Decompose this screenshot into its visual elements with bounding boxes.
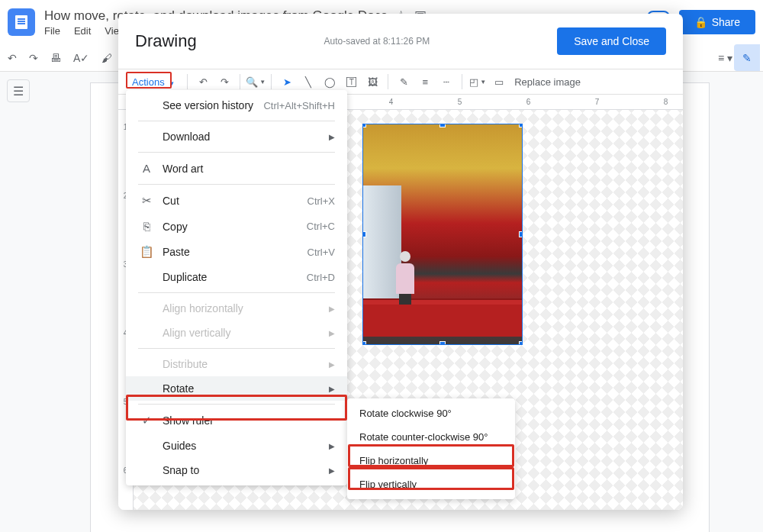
menu-copy[interactable]: ⎘CopyCtrl+C [126, 214, 347, 239]
menu-edit[interactable]: Edit [74, 25, 91, 37]
menu-distribute: Distribute▶ [126, 352, 347, 376]
bulleted-list-icon[interactable]: ≡ ▾ [718, 52, 732, 64]
line-icon[interactable]: ╲ [299, 73, 317, 91]
menu-duplicate[interactable]: DuplicateCtrl+D [126, 265, 347, 289]
docs-logo-icon [8, 8, 35, 36]
menu-paste[interactable]: 📋PasteCtrl+V [126, 239, 347, 265]
resize-handle[interactable] [519, 124, 523, 127]
resize-handle[interactable] [519, 341, 523, 345]
menu-file[interactable]: File [44, 25, 60, 37]
cut-icon: ✂ [138, 194, 155, 208]
selected-image[interactable] [362, 124, 523, 345]
lock-icon: 🔒 [694, 16, 707, 28]
submenu-rotate-cw[interactable]: Rotate clockwise 90° [347, 401, 515, 425]
menu-align-vertical: Align vertically▶ [126, 321, 347, 345]
menu-rotate[interactable]: Rotate▶ [126, 376, 347, 401]
shape-icon[interactable]: ◯ [320, 73, 339, 91]
outline-sidebar: ☰ [0, 72, 37, 532]
actions-button[interactable]: Actions ▼ [126, 73, 181, 91]
menu-snap-to[interactable]: Snap to▶ [126, 458, 347, 482]
menu-guides[interactable]: Guides▶ [126, 434, 347, 458]
border-color-icon[interactable]: ✎ [394, 73, 413, 91]
printer-icon[interactable]: 🖶 [50, 52, 61, 64]
menu-cut[interactable]: ✂CutCtrl+X [126, 188, 347, 214]
select-icon[interactable]: ➤ [278, 73, 296, 91]
submenu-flip-vertical[interactable]: Flip vertically [347, 472, 515, 496]
rotate-submenu: Rotate clockwise 90° Rotate counter-cloc… [347, 398, 515, 499]
share-button[interactable]: 🔒 Share [679, 10, 755, 34]
crop-icon[interactable]: ◰▼ [468, 73, 487, 91]
menu-show-ruler[interactable]: ✓Show ruler [126, 408, 347, 434]
undo-icon[interactable]: ↶ [194, 73, 212, 91]
wordart-icon: A [138, 162, 155, 175]
spellcheck-icon[interactable]: A✓ [73, 52, 89, 64]
copy-icon: ⎘ [138, 220, 155, 233]
redo-icon[interactable]: ↷ [29, 52, 38, 64]
textbox-icon[interactable]: 🅃 [342, 73, 360, 91]
edit-mode-icon[interactable]: ✎ [734, 44, 760, 71]
paste-icon: 📋 [138, 245, 155, 259]
save-and-close-button[interactable]: Save and Close [557, 27, 666, 55]
autosave-label: Auto-saved at 8:11:26 PM [324, 36, 430, 47]
undo-icon[interactable]: ↶ [8, 52, 17, 64]
menu-align-horizontal: Align horizontally▶ [126, 296, 347, 321]
paint-format-icon[interactable]: 🖌 [101, 52, 112, 64]
menu-version-history[interactable]: See version historyCtrl+Alt+Shift+H [126, 93, 347, 118]
menu-wordart[interactable]: AWord art [126, 156, 347, 181]
border-weight-icon[interactable]: ≡ [416, 73, 434, 91]
resize-handle[interactable] [362, 231, 366, 237]
resize-handle[interactable] [362, 124, 366, 127]
resize-handle[interactable] [439, 341, 446, 345]
submenu-flip-horizontal[interactable]: Flip horizontally [347, 449, 515, 472]
resize-handle[interactable] [439, 124, 446, 127]
zoom-icon[interactable]: 🔍▼ [246, 73, 265, 91]
replace-image-button[interactable]: Replace image [514, 76, 581, 88]
actions-menu: See version historyCtrl+Alt+Shift+H Down… [126, 90, 347, 485]
resize-handle[interactable] [362, 341, 366, 345]
redo-icon[interactable]: ↷ [215, 73, 233, 91]
menu-download[interactable]: Download▶ [126, 124, 347, 149]
image-icon[interactable]: 🖼 [363, 73, 382, 91]
drawing-title: Drawing [135, 31, 197, 51]
resize-handle[interactable] [519, 231, 523, 237]
outline-icon[interactable]: ☰ [7, 79, 30, 102]
mask-icon[interactable]: ▭ [490, 73, 508, 91]
submenu-rotate-ccw[interactable]: Rotate counter-clockwise 90° [347, 425, 515, 449]
drawing-modal: Drawing Auto-saved at 8:11:26 PM Save an… [118, 14, 683, 510]
check-icon: ✓ [138, 414, 155, 427]
border-dash-icon[interactable]: ┄ [437, 73, 456, 91]
